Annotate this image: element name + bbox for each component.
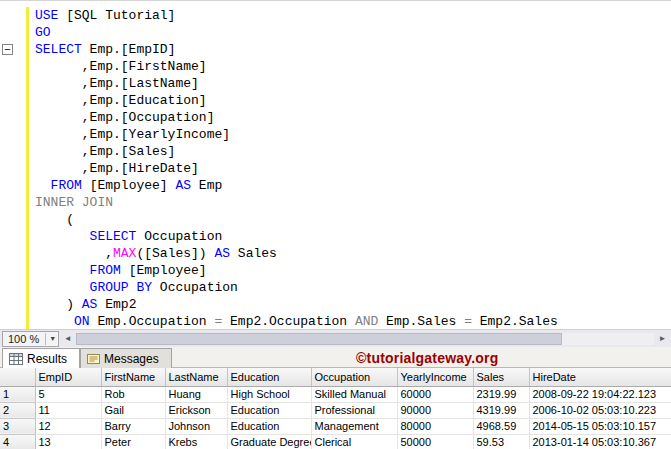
outline-gutter [0, 296, 26, 313]
grid-cell[interactable]: 50000 [397, 434, 473, 449]
grid-row: 15RobHuangHigh SchoolSkilled Manual60000… [0, 386, 671, 402]
grid-cell[interactable]: Graduate Degree [227, 434, 311, 449]
code-line[interactable]: ) AS Emp2 [0, 296, 671, 313]
row-header[interactable]: 2 [0, 402, 35, 418]
horizontal-scrollbar[interactable]: ◄ ► [59, 330, 671, 347]
outline-gutter [0, 143, 26, 160]
column-header-education[interactable]: Education [227, 368, 311, 386]
grid-cell[interactable]: Education [227, 402, 311, 418]
code-text: ,Emp.[LastName] [35, 75, 199, 92]
change-tracking-bar [26, 92, 29, 109]
grid-cell[interactable]: 4968.59 [473, 418, 529, 434]
code-line[interactable]: ( [0, 211, 671, 228]
grid-corner-cell[interactable] [0, 368, 35, 386]
code-line[interactable]: ,MAX([Sales]) AS Sales [0, 245, 671, 262]
column-header-hiredate[interactable]: HireDate [529, 368, 671, 386]
code-text: GO [35, 24, 51, 41]
zoom-control[interactable]: 100 % ▼ [2, 331, 59, 347]
column-header-lastname[interactable]: LastName [165, 368, 227, 386]
change-tracking-bar [26, 58, 29, 75]
collapse-region-icon[interactable]: − [2, 44, 13, 55]
grid-cell[interactable]: High School [227, 386, 311, 402]
row-header[interactable]: 4 [0, 434, 35, 449]
code-text: ,Emp.[Occupation] [35, 109, 214, 126]
messages-icon [87, 353, 100, 365]
grid-cell[interactable]: Peter [101, 434, 165, 449]
code-line[interactable]: ,Emp.[FirstName] [0, 58, 671, 75]
grid-cell[interactable]: 60000 [397, 386, 473, 402]
grid-cell[interactable]: Krebs [165, 434, 227, 449]
column-header-firstname[interactable]: FirstName [101, 368, 165, 386]
outline-gutter [0, 75, 26, 92]
column-header-occupation[interactable]: Occupation [311, 368, 397, 386]
grid-cell[interactable]: 13 [35, 434, 101, 449]
change-tracking-bar [26, 296, 29, 313]
grid-cell[interactable]: Huang [165, 386, 227, 402]
change-tracking-bar [26, 279, 29, 296]
code-line[interactable]: ,Emp.[Sales] [0, 143, 671, 160]
outline-gutter [0, 262, 26, 279]
tab-messages[interactable]: Messages [80, 348, 172, 368]
ssms-window: USE [SQL Tutorial]GO−SELECT Emp.[EmpID] … [0, 0, 671, 449]
grid-cell[interactable]: 59.53 [473, 434, 529, 449]
code-line[interactable]: USE [SQL Tutorial] [0, 7, 671, 24]
grid-cell[interactable]: Rob [101, 386, 165, 402]
grid-cell[interactable]: 2014-05-15 05:03:10.157 [529, 418, 671, 434]
change-tracking-bar [26, 7, 29, 24]
scroll-right-icon[interactable]: ► [654, 334, 671, 343]
scrollbar-track[interactable] [76, 333, 654, 345]
grid-cell[interactable]: Erickson [165, 402, 227, 418]
grid-cell[interactable]: 2006-10-02 05:03:10.223 [529, 402, 671, 418]
grid-cell[interactable]: Barry [101, 418, 165, 434]
grid-cell[interactable]: Management [311, 418, 397, 434]
code-text: SELECT Occupation [35, 228, 222, 245]
row-header[interactable]: 3 [0, 418, 35, 434]
code-line[interactable]: SELECT Occupation [0, 228, 671, 245]
grid-row: 312BarryJohnsonEducationManagement800004… [0, 418, 671, 434]
grid-cell[interactable]: 5 [35, 386, 101, 402]
grid-cell[interactable]: Professional [311, 402, 397, 418]
code-line[interactable]: ,Emp.[Occupation] [0, 109, 671, 126]
code-line[interactable]: ,Emp.[LastName] [0, 75, 671, 92]
code-line[interactable]: −SELECT Emp.[EmpID] [0, 41, 671, 58]
scroll-left-icon[interactable]: ◄ [59, 334, 76, 343]
change-tracking-bar [26, 177, 29, 194]
grid-cell[interactable]: 2008-09-22 19:04:22.123 [529, 386, 671, 402]
code-line[interactable]: ,Emp.[Education] [0, 92, 671, 109]
code-line[interactable]: ,Emp.[YearlyIncome] [0, 126, 671, 143]
code-line[interactable]: FROM [Employee] AS Emp [0, 177, 671, 194]
grid-row: 413PeterKrebsGraduate DegreeClerical5000… [0, 434, 671, 449]
code-line[interactable]: GO [0, 24, 671, 41]
scrollbar-thumb[interactable] [76, 333, 561, 345]
tab-results-label: Results [27, 352, 67, 366]
grid-cell[interactable]: Gail [101, 402, 165, 418]
grid-cell[interactable]: 80000 [397, 418, 473, 434]
change-tracking-bar [26, 313, 29, 329]
results-grid: EmpIDFirstNameLastNameEducationOccupatio… [0, 368, 671, 449]
grid-cell[interactable]: 11 [35, 402, 101, 418]
grid-row: 211GailEricksonEducationProfessional9000… [0, 402, 671, 418]
grid-cell[interactable]: Skilled Manual [311, 386, 397, 402]
code-line[interactable]: GROUP BY Occupation [0, 279, 671, 296]
code-line[interactable]: FROM [Employee] [0, 262, 671, 279]
sql-editor[interactable]: USE [SQL Tutorial]GO−SELECT Emp.[EmpID] … [0, 1, 671, 329]
tab-results[interactable]: Results [2, 348, 80, 368]
grid-cell[interactable]: 2319.99 [473, 386, 529, 402]
grid-cell[interactable]: Clerical [311, 434, 397, 449]
code-line[interactable]: ,Emp.[HireDate] [0, 160, 671, 177]
code-line[interactable]: INNER JOIN [0, 194, 671, 211]
column-header-sales[interactable]: Sales [473, 368, 529, 386]
zoom-dropdown-icon[interactable]: ▼ [45, 333, 56, 345]
grid-cell[interactable]: Johnson [165, 418, 227, 434]
grid-cell[interactable]: 2013-01-14 05:03:10.367 [529, 434, 671, 449]
column-header-yearlyincome[interactable]: YearlyIncome [397, 368, 473, 386]
outline-gutter [0, 160, 26, 177]
grid-cell[interactable]: 12 [35, 418, 101, 434]
watermark-text: ©tutorialgateway.org [356, 350, 498, 366]
column-header-empid[interactable]: EmpID [35, 368, 101, 386]
grid-cell[interactable]: 4319.99 [473, 402, 529, 418]
row-header[interactable]: 1 [0, 386, 35, 402]
grid-cell[interactable]: Education [227, 418, 311, 434]
code-line[interactable]: ON Emp.Occupation = Emp2.Occupation AND … [0, 313, 671, 329]
grid-cell[interactable]: 90000 [397, 402, 473, 418]
